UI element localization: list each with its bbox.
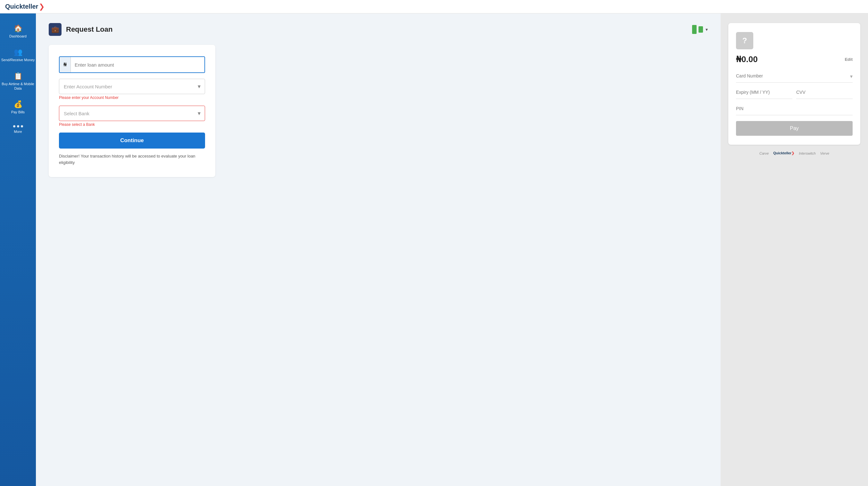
logo-arrow: ❯ <box>39 3 44 11</box>
sidebar-item-send-receive[interactable]: 👥 Send/Receive Money <box>0 43 36 67</box>
edit-link[interactable]: Edit <box>845 57 852 62</box>
carve-logo: Carve <box>760 152 769 155</box>
expiry-cvv-row <box>736 86 852 99</box>
sidebar-item-buy-airtime[interactable]: 📋 Buy Airtime & Mobile Data <box>0 68 36 96</box>
sidebar-label-pay-bills: Pay Bills <box>11 110 25 114</box>
select-bank-select[interactable]: Select Bank Access Bank First Bank GTBan… <box>59 106 205 121</box>
select-bank-wrapper: Select Bank Access Bank First Bank GTBan… <box>59 106 205 121</box>
expiry-input[interactable] <box>736 86 793 99</box>
select-bank-error: Please select a Bank <box>59 122 205 127</box>
card-number-wrapper: ▾ <box>736 69 852 83</box>
quickteller-small-logo: Quickteller❯ <box>773 151 794 155</box>
loan-amount-field: ₦ <box>59 56 205 73</box>
account-number-error: Please enter your Account Number <box>59 95 205 100</box>
amount-value: ₦0.00 <box>736 55 758 64</box>
page-header-left: 💼 Request Loan <box>49 23 113 36</box>
loan-amount-input[interactable] <box>71 57 205 72</box>
page-title: Request Loan <box>66 25 113 34</box>
right-panel: ? ₦0.00 Edit ▾ Pay <box>721 13 868 486</box>
loan-amount-input-wrapper: ₦ <box>59 56 205 73</box>
sidebar-item-more[interactable]: More <box>0 120 36 139</box>
select-bank-field: Select Bank Access Bank First Bank GTBan… <box>59 106 205 127</box>
logo-text: Quickteller <box>5 3 38 10</box>
account-number-select-wrapper: Enter Account Number ▾ <box>59 79 205 94</box>
header-icons: ▾ <box>692 25 708 34</box>
sidebar-label-buy-airtime: Buy Airtime & Mobile Data <box>0 82 36 91</box>
sidebar-label-more: More <box>14 129 22 134</box>
top-bar: Quickteller❯ <box>0 0 868 13</box>
pin-input[interactable] <box>736 102 852 115</box>
content-area: 💼 Request Loan ▾ ₦ <box>36 13 868 486</box>
sidebar-label-send-receive: Send/Receive Money <box>1 58 35 62</box>
bar-chart-icon-1 <box>692 25 696 34</box>
sidebar-item-dashboard[interactable]: 🏠 Dashboard <box>0 20 36 43</box>
continue-button[interactable]: Continue <box>59 133 205 149</box>
currency-prefix: ₦ <box>60 57 71 72</box>
sidebar-label-dashboard: Dashboard <box>9 34 27 38</box>
form-card: ₦ Enter Account Number ▾ Please enter yo… <box>49 45 215 177</box>
left-content: 💼 Request Loan ▾ ₦ <box>36 13 721 486</box>
account-number-field: Enter Account Number ▾ Please enter your… <box>59 79 205 100</box>
card-number-input[interactable] <box>736 69 852 83</box>
sidebar-item-pay-bills[interactable]: 💰 Pay Bills <box>0 96 36 120</box>
sidebar: 🏠 Dashboard 👥 Send/Receive Money 📋 Buy A… <box>0 13 36 486</box>
verve-logo: Verve <box>820 152 829 155</box>
bills-icon: 💰 <box>14 101 23 108</box>
pay-button[interactable]: Pay <box>736 121 852 136</box>
main-layout: 🏠 Dashboard 👥 Send/Receive Money 📋 Buy A… <box>0 13 868 486</box>
phone-icon: 📋 <box>14 73 23 80</box>
account-number-select[interactable]: Enter Account Number <box>59 79 205 94</box>
home-icon: 🏠 <box>14 25 23 32</box>
chevron-down-icon[interactable]: ▾ <box>706 27 708 32</box>
dots-icon <box>13 125 23 127</box>
cvv-input[interactable] <box>796 86 852 99</box>
bar-chart-icon-2 <box>699 26 703 33</box>
payment-card: ? ₦0.00 Edit ▾ Pay <box>728 23 860 145</box>
question-icon: ? <box>736 32 753 49</box>
amount-display: ₦0.00 Edit <box>736 55 852 64</box>
disclaimer-text: Disclaimer! Your transaction history wil… <box>59 153 205 165</box>
people-icon: 👥 <box>14 48 23 56</box>
page-header: 💼 Request Loan ▾ <box>49 23 708 36</box>
partner-logos: Carve Quickteller❯ Interswitch Verve <box>760 151 829 155</box>
page-icon: 💼 <box>49 23 62 36</box>
interswitch-logo: Interswitch <box>799 152 816 155</box>
